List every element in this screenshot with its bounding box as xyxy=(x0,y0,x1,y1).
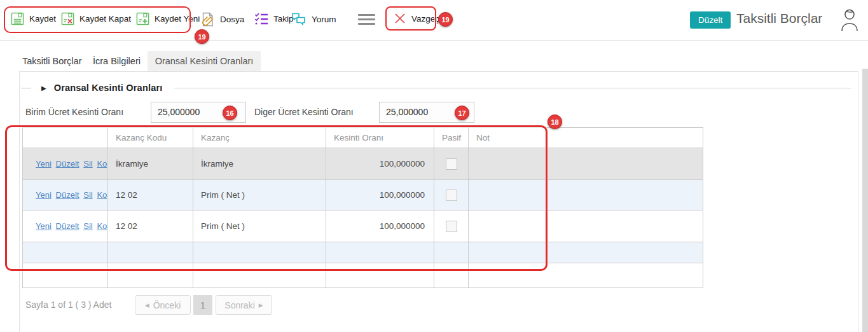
col-kazanc-kodu: Kazanç Kodu xyxy=(108,128,193,148)
next-arrow-icon: ▶ xyxy=(259,302,263,308)
annotation-badge-19-save: 19 xyxy=(195,29,209,44)
row-new-link[interactable]: Yeni xyxy=(36,159,52,169)
prev-page-button[interactable]: ◀ Önceki xyxy=(135,295,191,315)
row-delete-link[interactable]: Sil xyxy=(83,190,92,200)
cell-kazanc-kodu: 12 02 xyxy=(108,180,193,211)
row-delete-link[interactable]: Sil xyxy=(83,159,92,169)
cancel-label: Vazgeç xyxy=(411,14,439,24)
cancel-x-icon xyxy=(393,11,407,25)
row-new-link[interactable]: Yeni xyxy=(36,221,52,231)
edit-mode-badge[interactable]: Düzelt xyxy=(690,11,731,29)
file-paperclip-icon xyxy=(200,11,216,27)
table-row: Yeni Düzelt Sil Kopy. İkramiye İkramiye … xyxy=(23,148,703,180)
pagination-summary: Sayfa 1 of 1 ( 3 ) Adet xyxy=(25,300,111,310)
section-dash xyxy=(21,88,31,88)
row-edit-link[interactable]: Düzelt xyxy=(56,159,79,169)
cell-not xyxy=(469,211,703,242)
grid-header-row: Kazanç Kodu Kazanç Kesinti Oranı Pasif N… xyxy=(23,128,703,148)
cell-kesinti-orani: 100,000000 xyxy=(326,148,434,180)
row-edit-link[interactable]: Düzelt xyxy=(56,190,79,200)
vertical-scrollbar[interactable] xyxy=(862,69,868,332)
col-not: Not xyxy=(469,128,703,148)
save-new-label: Kaydet Yeni xyxy=(155,14,200,24)
col-pasif: Pasif xyxy=(434,128,469,148)
next-label: Sonraki xyxy=(224,300,254,310)
save-new-button[interactable]: Kaydet Yeni xyxy=(135,11,200,26)
section-line xyxy=(174,88,851,88)
follow-checklist-icon xyxy=(254,11,269,25)
cell-kazanc-kodu: 12 02 xyxy=(108,211,193,242)
diger-ucret-label: Diger Ücret Kesinti Oranı xyxy=(254,107,354,117)
prev-label: Önceki xyxy=(153,300,181,310)
app-window: Kaydet Kaydet Kapat Kaydet Yeni xyxy=(0,0,868,332)
cell-kazanc: Prim ( Net ) xyxy=(193,211,326,242)
tab-oransal-kesinti-oranlari[interactable]: Oransal Kesinti Oranları xyxy=(148,51,261,72)
menu-hamburger-icon[interactable] xyxy=(358,14,375,27)
save-close-label: Kaydet Kapat xyxy=(79,14,131,24)
collapse-arrow-icon[interactable]: ▶ xyxy=(41,85,46,92)
col-kesinti-orani: Kesinti Oranı xyxy=(326,128,434,148)
file-button[interactable]: Dosya xyxy=(200,11,244,27)
comment-button[interactable]: Yorum xyxy=(291,11,336,27)
pasif-checkbox[interactable] xyxy=(446,158,457,170)
page-title: Taksitli Borçlar xyxy=(736,11,822,26)
comment-bubbles-icon xyxy=(291,11,307,27)
cell-kazanc: İkramiye xyxy=(193,148,326,180)
user-avatar-icon[interactable] xyxy=(838,7,861,36)
cell-kesinti-orani: 100,000000 xyxy=(326,211,434,242)
table-row-empty xyxy=(23,242,703,263)
table-row-empty xyxy=(23,263,703,288)
row-copy-link[interactable]: Kopy. xyxy=(97,190,107,200)
tab-taksitli-borclar[interactable]: Taksitli Borçlar xyxy=(22,56,81,66)
row-new-link[interactable]: Yeni xyxy=(36,190,52,200)
save-new-floppy-icon xyxy=(135,11,150,26)
save-label: Kaydet xyxy=(29,14,56,24)
cell-not xyxy=(469,180,703,211)
page-number[interactable]: 1 xyxy=(193,295,212,315)
cancel-button[interactable]: Vazgeç xyxy=(393,11,439,25)
follow-button[interactable]: Takip xyxy=(254,11,294,25)
diger-ucret-input[interactable]: 25,000000 xyxy=(379,102,474,123)
birim-ucret-input[interactable]: 25,000000 xyxy=(151,102,246,123)
comment-label: Yorum xyxy=(312,15,336,24)
save-close-floppy-icon xyxy=(60,11,75,26)
cell-not xyxy=(469,148,703,180)
table-row: Yeni Düzelt Sil Kopy. 12 02 Prim ( Net )… xyxy=(23,180,703,211)
save-close-button[interactable]: Kaydet Kapat xyxy=(60,11,131,26)
prev-arrow-icon: ◀ xyxy=(145,302,149,308)
file-label: Dosya xyxy=(220,15,244,24)
pasif-checkbox[interactable] xyxy=(446,190,457,201)
next-page-button[interactable]: Sonraki ▶ xyxy=(216,295,272,315)
annotation-badge-19-cancel: 19 xyxy=(438,12,453,27)
tab-icra-bilgileri[interactable]: İcra Bilgileri xyxy=(93,56,141,66)
row-edit-link[interactable]: Düzelt xyxy=(56,221,79,231)
row-copy-link[interactable]: Kopy. xyxy=(97,221,107,231)
cell-kazanc-kodu: İkramiye xyxy=(108,148,193,180)
section-title: Oransal Kesinti Oranları xyxy=(54,83,163,93)
cell-kesinti-orani: 100,000000 xyxy=(326,180,434,211)
save-floppy-icon xyxy=(10,11,25,26)
save-button[interactable]: Kaydet xyxy=(10,11,56,26)
col-actions xyxy=(23,128,108,148)
row-delete-link[interactable]: Sil xyxy=(83,221,92,231)
cell-kazanc: Prim ( Net ) xyxy=(193,180,326,211)
birim-ucret-label: Birim Ücret Kesinti Oranı xyxy=(25,107,123,117)
pasif-checkbox[interactable] xyxy=(446,221,457,232)
row-copy-link[interactable]: Kopy. xyxy=(97,159,107,169)
section-header: ▶ Oransal Kesinti Oranları xyxy=(21,83,851,93)
kesinti-grid: Kazanç Kodu Kazanç Kesinti Oranı Pasif N… xyxy=(22,127,703,288)
toolbar-divider xyxy=(0,40,868,41)
col-kazanc: Kazanç xyxy=(193,128,326,148)
table-row: Yeni Düzelt Sil Kopy. 12 02 Prim ( Net )… xyxy=(23,211,703,242)
